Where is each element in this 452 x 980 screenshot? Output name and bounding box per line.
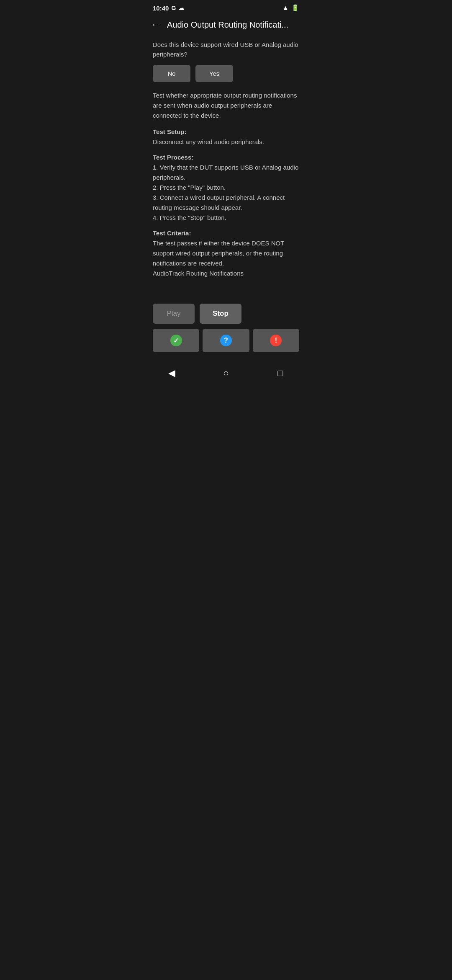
nav-bar: ◀ ○ □: [144, 359, 308, 390]
test-setup-content: Disconnect any wired audio peripherals.: [153, 137, 299, 147]
result-buttons: ✓ ? !: [144, 329, 308, 352]
question-text: Does this device support wired USB or An…: [153, 40, 299, 59]
wifi-icon: ▲: [282, 4, 289, 12]
pass-icon: ✓: [170, 335, 182, 346]
nav-home-button[interactable]: ○: [218, 365, 234, 382]
status-bar: 10:40 G ☁ ▲ 🔋: [144, 0, 308, 14]
description-text: Test whether appropriate output routing …: [153, 90, 299, 121]
test-criteria-content: The test passes if either the device DOE…: [153, 238, 299, 279]
status-bar-left: 10:40 G ☁: [153, 5, 184, 12]
time-display: 10:40: [153, 5, 169, 12]
info-button[interactable]: ?: [203, 329, 249, 352]
info-icon: ?: [220, 335, 232, 346]
content-area: Does this device support wired USB or An…: [144, 37, 308, 294]
no-button[interactable]: No: [153, 65, 190, 82]
header: ← Audio Output Routing Notificati...: [144, 14, 308, 37]
status-bar-right: ▲ 🔋: [282, 4, 299, 12]
back-button[interactable]: ←: [151, 19, 160, 30]
action-buttons: Play Stop: [144, 304, 308, 324]
play-button[interactable]: Play: [153, 304, 195, 324]
pass-button[interactable]: ✓: [153, 329, 199, 352]
fail-button[interactable]: !: [253, 329, 299, 352]
nav-back-button[interactable]: ◀: [163, 365, 180, 382]
test-criteria-title: Test Criteria:: [153, 230, 299, 237]
cloud-icon: ☁: [178, 5, 184, 11]
test-process-content: 1. Verify that the DUT supports USB or A…: [153, 162, 299, 223]
test-process-title: Test Process:: [153, 154, 299, 161]
yes-button[interactable]: Yes: [195, 65, 233, 82]
page-title: Audio Output Routing Notificati...: [167, 20, 301, 30]
test-setup-title: Test Setup:: [153, 128, 299, 135]
nav-recent-button[interactable]: □: [272, 365, 289, 382]
yes-no-button-row: No Yes: [153, 65, 299, 82]
stop-button[interactable]: Stop: [200, 304, 241, 324]
network-type-icon: G: [171, 5, 176, 11]
battery-icon: 🔋: [291, 4, 299, 12]
fail-icon: !: [270, 335, 282, 346]
